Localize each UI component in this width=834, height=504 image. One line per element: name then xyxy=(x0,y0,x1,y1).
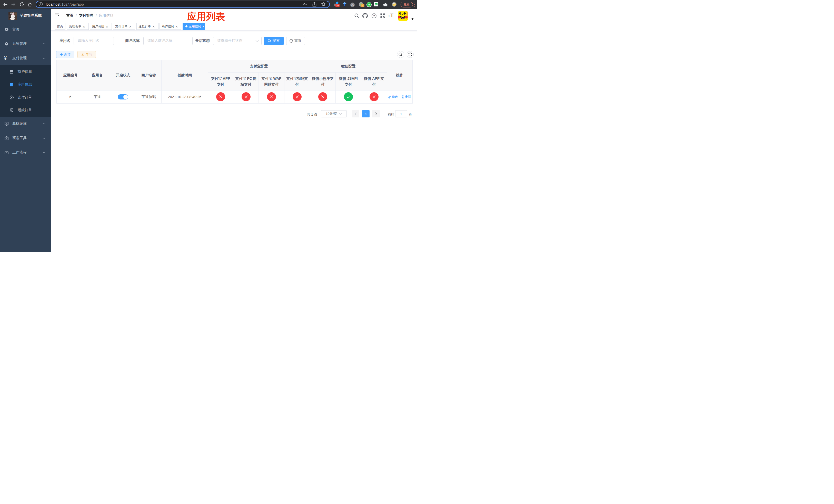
svg-text:?: ? xyxy=(373,14,375,17)
